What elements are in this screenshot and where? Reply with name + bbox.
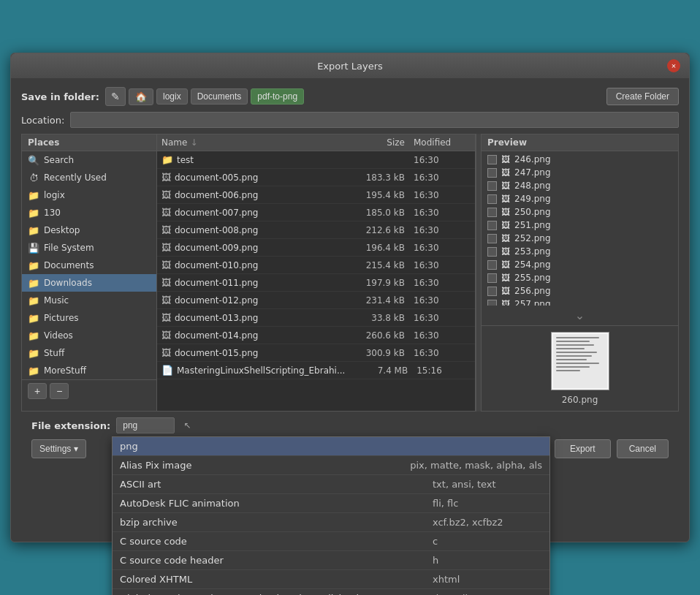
file-icon: 🖼 (161, 277, 171, 288)
file-modified: 16:30 (409, 294, 475, 307)
table-row[interactable]: 🖼 document-013.png 33.8 kB 16:30 (157, 309, 475, 327)
file-modified: 16:30 (409, 154, 475, 167)
table-row[interactable]: 🖼 document-008.png 212.6 kB 16:30 (157, 221, 475, 239)
preview-checkbox[interactable] (487, 181, 497, 191)
create-folder-button[interactable]: Create Folder (606, 88, 679, 105)
preview-filename: 249.png (514, 194, 551, 204)
sidebar-item-stuff[interactable]: 📁 Stuff (22, 344, 156, 362)
table-row[interactable]: 📁 test 16:30 (157, 151, 475, 169)
breadcrumb-logix[interactable]: logix (156, 88, 188, 105)
list-item[interactable]: 🖼 249.png (482, 192, 678, 205)
table-row[interactable]: 🖼 document-007.png 185.0 kB 16:30 (157, 204, 475, 221)
list-item[interactable]: 🖼 248.png (482, 179, 678, 192)
table-row[interactable]: 🖼 document-014.png 260.6 kB 16:30 (157, 327, 475, 344)
remove-bookmark-button[interactable]: − (50, 383, 69, 399)
sidebar-item-filesystem[interactable]: 💾 File System (22, 239, 156, 257)
table-row[interactable]: 📄 MasteringLinuxShellScripting_Ebrahi...… (157, 362, 475, 379)
list-item[interactable]: 🖼 246.png (482, 153, 678, 166)
sidebar-item-recently-used[interactable]: ⏱ Recently Used (22, 169, 156, 186)
file-icon: 🖼 (161, 312, 171, 323)
preview-checkbox[interactable] (487, 234, 497, 243)
list-item[interactable]: 🖼 254.png (482, 258, 678, 271)
list-item[interactable]: 🖼 257.png (482, 298, 678, 306)
column-modified[interactable]: Modified (409, 134, 475, 151)
cancel-button[interactable]: Cancel (617, 439, 669, 458)
file-extension-dropdown[interactable]: png Alias Pix image pix, matte, mask, al… (112, 436, 550, 595)
preview-checkbox[interactable] (487, 300, 497, 306)
dropdown-item-ascii[interactable]: ASCII art txt, ansi, text (113, 475, 549, 494)
sidebar-item-130[interactable]: 📁 130 (22, 204, 156, 221)
breadcrumb-pdf-to-png[interactable]: pdf-to-png (251, 88, 304, 105)
sidebar-item-documents[interactable]: 📁 Documents (22, 257, 156, 274)
dropdown-item-c-header[interactable]: C source code header h (113, 551, 549, 570)
close-button[interactable]: × (667, 59, 680, 72)
file-size: 197.9 kB (343, 276, 409, 289)
preview-checkbox[interactable] (487, 247, 497, 257)
sidebar-item-downloads[interactable]: 📁 Downloads (22, 274, 156, 292)
preview-thumb-area: 260.png (482, 325, 678, 411)
export-button[interactable]: Export (555, 439, 611, 458)
sidebar-item-music[interactable]: 📁 Music (22, 292, 156, 309)
dropdown-item-dicom[interactable]: Digital Imaging and Communications in Me… (113, 589, 549, 595)
dropdown-item-png[interactable]: png (113, 437, 549, 456)
preview-checkbox[interactable] (487, 260, 497, 270)
list-item[interactable]: 🖼 252.png (482, 232, 678, 245)
dropdown-item-flic[interactable]: AutoDesk FLIC animation fli, flc (113, 494, 549, 513)
location-label: Location: (21, 115, 64, 126)
sidebar-item-videos[interactable]: 📁 Videos (22, 327, 156, 344)
breadcrumb-home[interactable]: 🏠 (129, 88, 153, 105)
preview-checkbox[interactable] (487, 168, 497, 178)
dropdown-item-xhtml[interactable]: Colored XHTML xhtml (113, 570, 549, 589)
save-in-row: Save in folder: ✎ 🏠 logix Documents pdf-… (21, 87, 679, 106)
file-extension-input[interactable] (116, 417, 175, 433)
location-input[interactable] (70, 112, 679, 128)
settings-button[interactable]: Settings ▾ (31, 439, 86, 458)
table-row[interactable]: 🖼 document-012.png 231.4 kB 16:30 (157, 292, 475, 309)
add-bookmark-button[interactable]: + (28, 383, 47, 399)
list-item[interactable]: 🖼 250.png (482, 205, 678, 219)
breadcrumb-documents[interactable]: Documents (191, 88, 248, 105)
sidebar-item-desktop[interactable]: 📁 Desktop (22, 221, 156, 239)
folder-icon: 📁 (28, 277, 39, 289)
list-item[interactable]: 🖼 251.png (482, 219, 678, 232)
resize-handle[interactable] (476, 134, 482, 412)
list-item[interactable]: 🖼 256.png (482, 284, 678, 298)
list-item[interactable]: 🖼 253.png (482, 245, 678, 258)
column-size[interactable]: Size (343, 134, 409, 151)
edit-path-button[interactable]: ✎ (105, 87, 126, 106)
list-item[interactable]: 🖼 255.png (482, 271, 678, 284)
preview-checkbox[interactable] (487, 194, 497, 204)
sidebar-item-morestuff[interactable]: 📁 MoreStuff (22, 362, 156, 379)
table-row[interactable]: 🖼 document-006.png 195.4 kB 16:30 (157, 186, 475, 204)
export-layers-dialog: Export Layers × Save in folder: ✎ 🏠 logi… (10, 53, 690, 542)
thumbnail-content (553, 334, 607, 388)
sidebar-item-pictures[interactable]: 📁 Pictures (22, 309, 156, 327)
table-row[interactable]: 🖼 document-011.png 197.9 kB 16:30 (157, 274, 475, 292)
column-name[interactable]: Name ↓ (157, 134, 343, 151)
file-icon: 📄 (161, 365, 173, 376)
sidebar-item-label: Recently Used (44, 173, 107, 183)
preview-checkbox[interactable] (487, 208, 497, 217)
preview-checkbox[interactable] (487, 221, 497, 230)
file-name: document-005.png (175, 173, 258, 183)
table-row[interactable]: 🖼 document-010.png 215.4 kB 16:30 (157, 257, 475, 274)
table-row[interactable]: 🖼 document-009.png 196.4 kB 16:30 (157, 239, 475, 257)
table-row[interactable]: 🖼 document-005.png 183.3 kB 16:30 (157, 169, 475, 186)
dialog-title: Export Layers (33, 61, 667, 72)
table-row[interactable]: 🖼 document-015.png 300.9 kB 16:30 (157, 344, 475, 362)
dropdown-item-bzip[interactable]: bzip archive xcf.bz2, xcfbz2 (113, 513, 549, 532)
preview-filename: 255.png (514, 273, 551, 283)
sidebar-item-label: Music (44, 295, 69, 306)
folder-icon: 📁 (28, 224, 39, 236)
dropdown-item-c-source[interactable]: C source code c (113, 532, 549, 551)
chevron-down-icon[interactable]: ⌄ (482, 306, 678, 325)
dropdown-item-ext: fli, flc (433, 498, 542, 509)
preview-checkbox[interactable] (487, 273, 497, 283)
list-item[interactable]: 🖼 247.png (482, 166, 678, 179)
sidebar-item-logix[interactable]: 📁 logix (22, 186, 156, 204)
sidebar-item-search[interactable]: 🔍 Search (22, 151, 156, 169)
dropdown-item-label: Colored XHTML (120, 574, 433, 585)
preview-checkbox[interactable] (487, 155, 497, 164)
preview-checkbox[interactable] (487, 287, 497, 296)
dropdown-item-alias-pix[interactable]: Alias Pix image pix, matte, mask, alpha,… (113, 456, 549, 475)
